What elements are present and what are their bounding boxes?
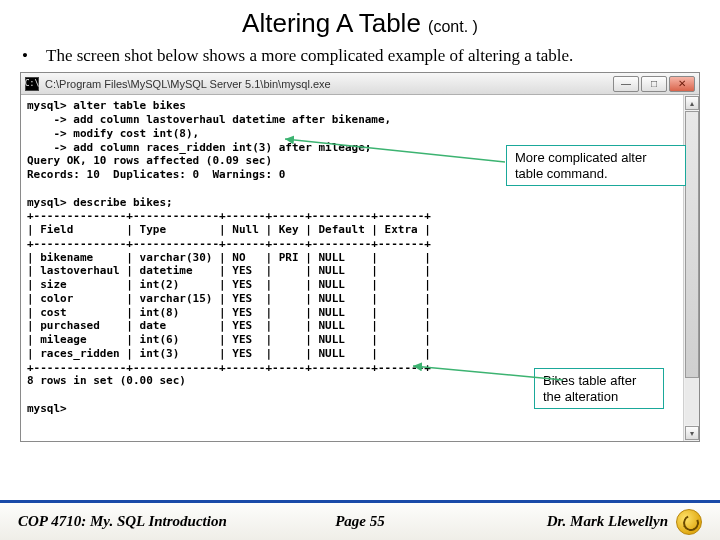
slide: Altering A Table (cont. ) • The screen s… <box>0 0 720 540</box>
footer-author: Dr. Mark Llewellyn <box>547 513 668 530</box>
scroll-up-button[interactable]: ▴ <box>685 96 699 110</box>
scroll-down-button[interactable]: ▾ <box>685 426 699 440</box>
window-titlebar: C:\ C:\Program Files\MySQL\MySQL Server … <box>21 73 699 95</box>
footer-page: Page 55 <box>335 513 385 530</box>
cmd-icon: C:\ <box>25 77 39 91</box>
maximize-button[interactable]: □ <box>641 76 667 92</box>
callout-result: Bikes table after the alteration <box>534 368 664 409</box>
window-buttons: — □ ✕ <box>613 76 695 92</box>
bullet-text: The screen shot below shows a more compl… <box>46 45 702 66</box>
callout-command: More complicated alter table command. <box>506 145 686 186</box>
window-title: C:\Program Files\MySQL\MySQL Server 5.1\… <box>45 78 331 90</box>
bullet-item: • The screen shot below shows a more com… <box>18 45 702 66</box>
school-logo-icon <box>676 509 702 535</box>
scroll-track[interactable] <box>685 111 699 425</box>
title-main: Altering A Table <box>242 8 428 38</box>
title-cont: (cont. ) <box>428 18 478 35</box>
slide-title: Altering A Table (cont. ) <box>18 8 702 39</box>
slide-footer: COP 4710: My. SQL Introduction Page 55 D… <box>0 500 720 540</box>
footer-course: COP 4710: My. SQL Introduction <box>18 513 227 530</box>
scroll-thumb[interactable] <box>685 111 699 378</box>
bullet-marker: • <box>18 45 46 66</box>
minimize-button[interactable]: — <box>613 76 639 92</box>
close-button[interactable]: ✕ <box>669 76 695 92</box>
